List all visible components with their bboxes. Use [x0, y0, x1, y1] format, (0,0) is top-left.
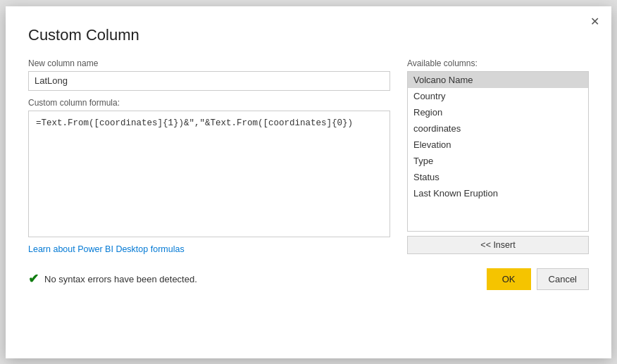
right-panel: Available columns: Volcano NameCountryRe… — [407, 58, 589, 254]
available-columns-label: Available columns: — [407, 58, 589, 68]
column-item[interactable]: Status — [408, 169, 588, 185]
column-item[interactable]: Region — [408, 104, 588, 120]
learn-link[interactable]: Learn about Power BI Desktop formulas — [28, 244, 390, 254]
column-item[interactable]: Elevation — [408, 137, 588, 153]
columns-list-wrapper: Volcano NameCountryRegioncoordinatesElev… — [407, 71, 589, 232]
columns-list: Volcano NameCountryRegioncoordinatesElev… — [408, 72, 588, 231]
main-content: New column name Custom column formula: L… — [28, 58, 589, 254]
column-item[interactable]: Last Known Eruption — [408, 185, 588, 201]
checkmark-icon: ✔ — [28, 271, 39, 287]
left-panel: New column name Custom column formula: L… — [28, 58, 390, 254]
column-name-label: New column name — [28, 58, 390, 68]
formula-input[interactable] — [28, 111, 390, 237]
status-text: No syntax errors have been detected. — [44, 274, 197, 284]
ok-button[interactable]: OK — [487, 268, 531, 290]
column-item[interactable]: coordinates — [408, 120, 588, 137]
close-button[interactable]: ✕ — [587, 15, 602, 29]
insert-button[interactable]: << Insert — [407, 236, 589, 254]
formula-label: Custom column formula: — [28, 98, 390, 108]
footer-buttons: OK Cancel — [487, 268, 589, 290]
custom-column-dialog: ✕ Custom Column New column name Custom c… — [6, 6, 611, 358]
column-name-input[interactable] — [28, 71, 390, 91]
dialog-title: Custom Column — [28, 26, 589, 44]
cancel-button[interactable]: Cancel — [537, 268, 589, 290]
footer: ✔ No syntax errors have been detected. O… — [28, 268, 589, 290]
column-item[interactable]: Volcano Name — [408, 72, 588, 88]
status-area: ✔ No syntax errors have been detected. — [28, 271, 487, 287]
column-item[interactable]: Country — [408, 88, 588, 104]
column-item[interactable]: Type — [408, 153, 588, 169]
